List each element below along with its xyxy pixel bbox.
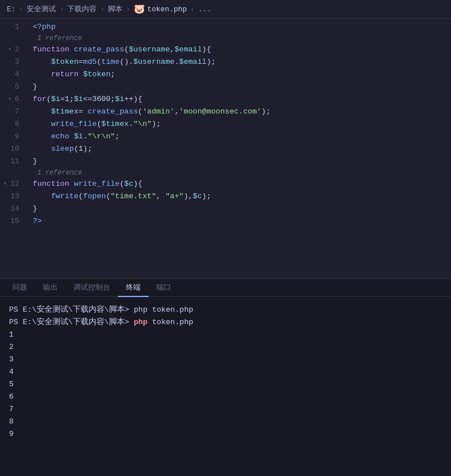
code-line-4: 4 return $token; xyxy=(0,68,451,81)
line-number-5: 5 xyxy=(0,81,28,93)
sep5: › xyxy=(190,5,195,14)
line-number-12: ▾ 12 xyxy=(0,178,28,190)
sep4: › xyxy=(126,5,130,14)
line-number-7: 7 xyxy=(0,106,28,118)
terminal-line-4: 2 xyxy=(9,341,442,353)
code-line-1: 1 <?php xyxy=(0,21,451,33)
terminal-line-3: 1 xyxy=(9,329,442,341)
line-number-1: 1 xyxy=(0,21,28,33)
line-number-6: ▾ 6 xyxy=(0,93,28,106)
sep2: › xyxy=(59,5,64,14)
tab-terminal[interactable]: 终端 xyxy=(118,279,148,297)
line-number-3: 3 xyxy=(0,56,28,68)
breadcrumb-folder3[interactable]: 脚本 xyxy=(108,4,122,14)
line-number-8: 8 xyxy=(0,118,28,130)
code-content-5: } xyxy=(28,81,451,93)
code-line-2: ▾ 2 function create_pass($username,$emai… xyxy=(0,43,451,56)
line-number-11: 11 xyxy=(0,155,28,168)
code-content-8: write_file($timex."\n"); xyxy=(28,118,451,130)
line-number-9: 9 xyxy=(0,130,28,143)
chevron-6[interactable]: ▾ xyxy=(8,93,11,106)
ref-text-1: 1 reference xyxy=(33,33,82,43)
code-line-10: 10 sleep(1); xyxy=(0,143,451,155)
code-line-7: 7 $timex= create_pass('admin','moon@moon… xyxy=(0,106,451,118)
bottom-panel: 问题 输出 调试控制台 终端 端口 PS E:\安全测试\下载内容\脚本> ph… xyxy=(0,278,451,476)
breadcrumb-filename[interactable]: token.php xyxy=(147,5,187,14)
ref-text-2: 1 reference xyxy=(33,168,82,178)
terminal-line-7: 5 xyxy=(9,378,442,391)
terminal-line-10: 8 xyxy=(9,416,442,428)
code-content-15: ?> xyxy=(28,215,451,228)
code-editor: 1 <?php 1 reference ▾ 2 function create_… xyxy=(0,19,451,278)
breadcrumb: E: › 安全测试 › 下载内容 › 脚本 › 🐷 token.php › ..… xyxy=(0,0,451,19)
ref-hint-2: 1 reference xyxy=(0,168,451,178)
terminal-line-2: PS E:\安全测试\下载内容\脚本> php token.php xyxy=(9,316,442,329)
sep1: › xyxy=(19,5,24,14)
line-number-14: 14 xyxy=(0,203,28,215)
code-line-13: 13 fwrite(fopen("time.txt", "a+"),$c); xyxy=(0,190,451,203)
terminal-line-6: 4 xyxy=(9,366,442,378)
code-content-6: for($i=1;$i<=3600;$i++){ xyxy=(28,93,451,106)
breadcrumb-folder1[interactable]: 安全测试 xyxy=(27,4,56,14)
terminal-line-11: 9 xyxy=(9,428,442,440)
code-line-5: 5 } xyxy=(0,81,451,93)
code-line-11: 11 } xyxy=(0,155,451,168)
code-content-14: } xyxy=(28,203,451,215)
sep3: › xyxy=(100,5,104,14)
line-number-10: 10 xyxy=(0,143,28,155)
line-number-13: 13 xyxy=(0,190,28,203)
code-line-3: 3 $token=md5(time().$username.$email); xyxy=(0,56,451,68)
ref-hint-1: 1 reference xyxy=(0,33,451,43)
tab-problems[interactable]: 问题 xyxy=(5,279,35,297)
chevron-12[interactable]: ▾ xyxy=(3,178,7,190)
breadcrumb-folder2[interactable]: 下载内容 xyxy=(67,4,97,14)
code-line-9: 9 echo $i."\r\n"; xyxy=(0,130,451,143)
line-number-15: 15 xyxy=(0,215,28,228)
code-content-9: echo $i."\r\n"; xyxy=(28,130,451,143)
code-content-3: $token=md5(time().$username.$email); xyxy=(28,56,451,68)
code-content-1: <?php xyxy=(28,21,451,33)
terminal-line-8: 6 xyxy=(9,391,442,403)
line-number-2: ▾ 2 xyxy=(0,43,28,56)
breadcrumb-ellipsis: ... xyxy=(198,5,211,14)
code-line-6: ▾ 6 for($i=1;$i<=3600;$i++){ xyxy=(0,93,451,106)
code-content-11: } xyxy=(28,155,451,168)
line-number-4: 4 xyxy=(0,68,28,81)
code-line-15: 15 ?> xyxy=(0,215,451,228)
code-content-12: function write_file($c){ xyxy=(28,178,451,190)
tab-debug[interactable]: 调试控制台 xyxy=(65,279,118,297)
code-content-2: function create_pass($username,$email){ xyxy=(28,43,451,56)
code-line-8: 8 write_file($timex."\n"); xyxy=(0,118,451,130)
file-icon: 🐷 xyxy=(134,3,145,15)
terminal-content[interactable]: PS E:\安全测试\下载内容\脚本> php token.php PS E:\… xyxy=(0,297,451,476)
code-line-12: ▾ 12 function write_file($c){ xyxy=(0,178,451,190)
code-content-7: $timex= create_pass('admin','moon@moonse… xyxy=(28,106,451,118)
code-line-14: 14 } xyxy=(0,203,451,215)
code-content-10: sleep(1); xyxy=(28,143,451,155)
terminal-line-5: 3 xyxy=(9,353,442,366)
code-content-13: fwrite(fopen("time.txt", "a+"),$c); xyxy=(28,190,451,203)
tab-ports[interactable]: 端口 xyxy=(148,279,179,297)
code-content-4: return $token; xyxy=(28,68,451,81)
breadcrumb-drive[interactable]: E: xyxy=(7,5,16,14)
terminal-line-1: PS E:\安全测试\下载内容\脚本> php token.php xyxy=(9,304,442,316)
panel-tabs: 问题 输出 调试控制台 终端 端口 xyxy=(0,279,451,297)
chevron-2[interactable]: ▾ xyxy=(8,43,11,56)
terminal-line-9: 7 xyxy=(9,403,442,416)
code-area[interactable]: 1 <?php 1 reference ▾ 2 function create_… xyxy=(0,19,451,278)
tab-output[interactable]: 输出 xyxy=(35,279,65,297)
